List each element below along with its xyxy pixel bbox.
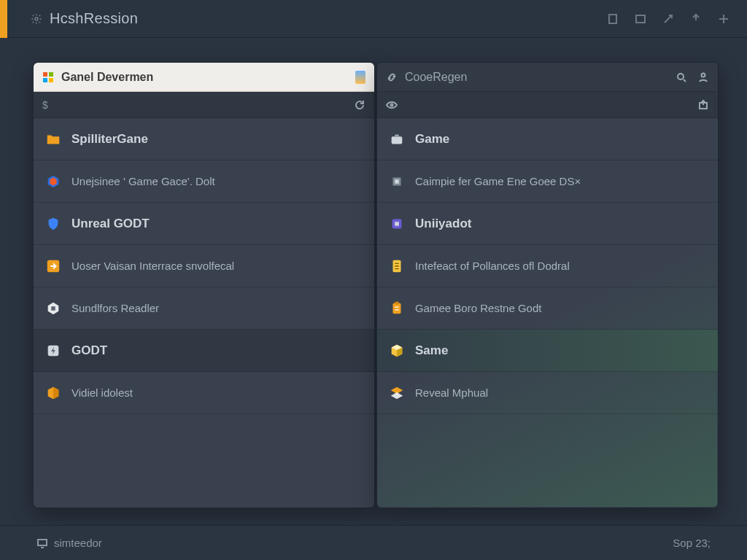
svg-rect-2 [636, 15, 645, 23]
layers-orange-icon [389, 385, 405, 401]
cube-yellow-icon [389, 343, 405, 359]
tool-icon-1[interactable] [607, 13, 619, 25]
titlebar: HcshRession [0, 0, 747, 38]
list-item-label: SpilliterGane [71, 132, 148, 147]
list-item-label: Caimpie fer Game Ene Goee DS× [415, 175, 581, 187]
svg-rect-3 [43, 72, 47, 77]
app-logo-icon [42, 71, 54, 83]
left-panel: Ganel Devermen $ SpilliterGaneUnejsinee … [34, 63, 374, 508]
right-list: GameCaimpie fer Game Ene Goee DS×Uniiyad… [377, 118, 718, 508]
chip-grey-icon [389, 174, 405, 190]
cube-orange-icon [45, 385, 61, 401]
svg-rect-6 [49, 78, 53, 82]
search-icon[interactable] [676, 71, 687, 83]
titlebar-actions [607, 13, 737, 25]
doc-yellow-icon [389, 258, 405, 274]
eye-icon[interactable] [386, 99, 398, 111]
list-item[interactable]: Uniiyadot [377, 203, 718, 245]
list-item-label: Gamee Boro Restne Godt [415, 302, 541, 314]
list-item-label: Intefeact of Pollances ofl Dodral [415, 260, 570, 272]
svg-rect-17 [392, 136, 403, 144]
list-item-label: GODT [71, 343, 107, 358]
list-item[interactable]: Reveal Mphual [377, 372, 718, 414]
svg-point-14 [702, 73, 705, 77]
folder-orange-icon [45, 131, 61, 147]
tool-icon-2[interactable] [635, 13, 646, 25]
status-right-text: Sop 23; [673, 537, 711, 549]
svg-rect-18 [395, 134, 399, 137]
svg-point-13 [678, 74, 684, 79]
list-item[interactable]: Vidiel idolest [34, 372, 374, 414]
svg-rect-24 [393, 303, 401, 314]
refresh-icon[interactable] [354, 99, 365, 111]
left-panel-title-text: Ganel Devermen [61, 71, 153, 84]
list-item-label: Unreal GODT [71, 217, 150, 231]
person-icon[interactable] [697, 71, 709, 83]
svg-rect-5 [43, 78, 47, 82]
left-list: SpilliterGaneUnejsinee ' Game Gace'. Dol… [34, 118, 374, 508]
hex-multi-icon [45, 174, 61, 190]
accent-strip [0, 0, 7, 38]
svg-point-15 [391, 104, 393, 106]
hex-white-icon [45, 300, 61, 316]
list-item[interactable]: Caimpie fer Game Ene Goee DS× [377, 160, 718, 203]
svg-point-0 [35, 18, 38, 20]
square-purple-icon [389, 216, 405, 232]
gear-icon [31, 13, 42, 25]
statusbar: simteedor Sop 23; [0, 525, 747, 560]
right-panel: CooeRegen GameCaimpie fer Game Ene Goee … [377, 63, 718, 508]
right-filterbar [377, 92, 718, 118]
status-left-text: simteedor [54, 537, 102, 549]
shield-blue-icon [45, 216, 61, 232]
monitor-icon [36, 537, 48, 549]
link-icon [386, 71, 398, 83]
window-title: HcshRession [50, 10, 138, 27]
arrow-orange-icon [45, 258, 61, 274]
workspace: Ganel Devermen $ SpilliterGaneUnejsinee … [34, 63, 718, 508]
svg-rect-25 [395, 301, 399, 304]
list-item-label: Sundlfors Readler [71, 302, 159, 314]
list-item[interactable]: Gamee Boro Restne Godt [377, 287, 718, 330]
list-item[interactable]: SpilliterGane [34, 118, 374, 160]
left-filter-label: $ [42, 99, 48, 111]
list-item[interactable]: Same [377, 330, 718, 372]
export-icon[interactable] [697, 99, 709, 111]
left-panel-title: Ganel Devermen [34, 63, 374, 92]
list-item[interactable]: GODT [34, 330, 374, 372]
right-panel-title: CooeRegen [377, 63, 718, 92]
list-item[interactable]: Uoser Vaisan Interrace snvolfecal [34, 245, 374, 287]
list-item[interactable]: Intefeact of Pollances ofl Dodral [377, 245, 718, 287]
svg-rect-11 [51, 306, 55, 311]
list-item[interactable]: Game [377, 118, 718, 160]
clip-orange-icon [389, 300, 405, 316]
svg-rect-22 [395, 222, 399, 226]
list-item[interactable]: Unreal GODT [34, 203, 374, 245]
list-item-label: Vidiel idolest [71, 386, 133, 399]
list-item-label: Uoser Vaisan Interrace snvolfecal [71, 260, 234, 272]
svg-rect-4 [49, 72, 53, 77]
svg-rect-26 [38, 540, 47, 545]
tool-icon-5[interactable] [718, 13, 729, 25]
tool-icon-3[interactable] [662, 13, 674, 25]
list-item[interactable]: Unejsinee ' Game Gace'. Dolt [34, 160, 374, 203]
svg-rect-20 [395, 179, 399, 184]
left-panel-badge-icon [355, 71, 365, 84]
case-grey-icon [389, 131, 405, 147]
svg-rect-1 [609, 15, 616, 23]
right-panel-title-text: CooeRegen [405, 71, 467, 84]
list-item-label: Same [415, 343, 448, 358]
bolt-grey-icon [45, 343, 61, 359]
list-item[interactable]: Sundlfors Readler [34, 287, 374, 330]
list-item-label: Game [415, 132, 449, 147]
list-item-label: Uniiyadot [415, 217, 471, 231]
list-item-label: Unejsinee ' Game Gace'. Dolt [71, 175, 215, 187]
left-filterbar: $ [34, 92, 374, 118]
list-item-label: Reveal Mphual [415, 386, 488, 399]
tool-icon-4[interactable] [690, 13, 702, 25]
